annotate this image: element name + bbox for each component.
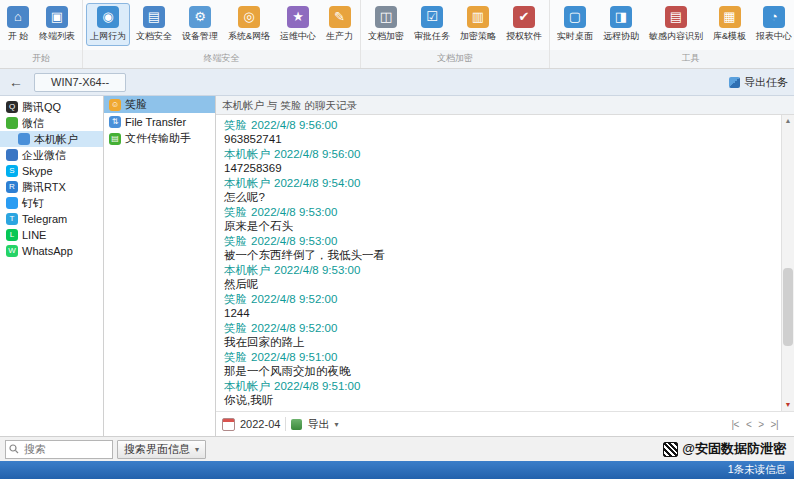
export-task-icon: [729, 77, 740, 88]
ribbon-button[interactable]: ✎ 生产力: [322, 3, 357, 46]
ribbon-group-label: 文档加密: [361, 50, 549, 68]
sidebar-item[interactable]: T Telegram: [0, 211, 103, 227]
scroll-down-icon[interactable]: ▼: [782, 399, 794, 411]
sidebar-item[interactable]: R 腾讯RTX: [0, 179, 103, 195]
search-bar: 搜索界面信息 ▾ @安固数据防泄密: [0, 436, 794, 461]
ribbon-button[interactable]: ◎ 系统&网络: [224, 3, 274, 46]
ribbon-button[interactable]: ✔ 授权软件: [502, 3, 546, 46]
ribbon-button[interactable]: ◉ 上网行为: [86, 3, 130, 46]
search-input[interactable]: [22, 442, 109, 456]
export-task-button[interactable]: 导出任务: [729, 75, 788, 90]
contact-item[interactable]: ▤ 文件传输助手: [104, 130, 215, 147]
contact-icon: ☺: [109, 99, 121, 111]
ribbon: ⌂ 开 始 ▣ 终端列表 开始 ◉ 上网行为 ▤ 文档安: [0, 0, 794, 69]
message-time: 2022/4/8 9:52:00: [251, 322, 337, 334]
contact-item[interactable]: ☺ 笑脸: [104, 96, 215, 113]
contact-item[interactable]: ⇅ File Transfer: [104, 113, 215, 130]
ribbon-button-label: 加密策略: [460, 30, 496, 43]
message-time: 2022/4/8 9:53:00: [251, 206, 337, 218]
sidebar-item-label: 微信: [22, 116, 44, 131]
prev-page-button[interactable]: <: [746, 419, 751, 430]
ribbon-button-label: 报表中心: [756, 30, 792, 43]
message-header: 本机帐户2022/4/8 9:53:00: [224, 263, 774, 277]
sidebar-item-label: 企业微信: [22, 148, 66, 163]
ribbon-button[interactable]: ▦ 库&模板: [709, 3, 750, 46]
ribbon-button-icon: ◎: [238, 6, 260, 28]
message-sender: 笑脸: [224, 119, 247, 131]
message-time: 2022/4/8 9:54:00: [274, 177, 360, 189]
ribbon-button[interactable]: ▤ 敏感内容识别: [645, 3, 707, 46]
ribbon-button[interactable]: ◨ 远程协助: [599, 3, 643, 46]
ribbon-button[interactable]: ▥ 加密策略: [456, 3, 500, 46]
sidebar-item-label: Skype: [22, 165, 53, 177]
message-header: 本机帐户2022/4/8 9:51:00: [224, 379, 774, 393]
ribbon-button[interactable]: ⚙ 设备管理: [178, 3, 222, 46]
ribbon-button[interactable]: ◫ 文档加密: [364, 3, 408, 46]
ribbon-button[interactable]: ▣ 终端列表: [35, 3, 79, 46]
sidebar-item[interactable]: Q 腾讯QQ: [0, 99, 103, 115]
chat-message: 本机帐户2022/4/8 9:56:00 147258369: [224, 147, 774, 175]
back-button[interactable]: ←: [6, 74, 26, 90]
chat-panel: 本机帐户 与 笑脸 的聊天记录 笑脸2022/4/8 9:56:00 96385…: [216, 96, 794, 436]
ribbon-button-label: 文档加密: [368, 30, 404, 43]
ribbon-button-icon: ✔: [513, 6, 535, 28]
pager: |< < > >|: [731, 419, 778, 430]
ribbon-button-label: 终端列表: [39, 30, 75, 43]
app-icon: S: [6, 165, 18, 177]
message-text: 然后呢: [224, 277, 774, 291]
ribbon-button[interactable]: ☑ 审批任务: [410, 3, 454, 46]
ribbon-button[interactable]: ◔ 报表中心: [752, 3, 794, 46]
sidebar-item[interactable]: W WhatsApp: [0, 243, 103, 259]
message-time: 2022/4/8 9:53:00: [251, 235, 337, 247]
scrollbar-track[interactable]: [782, 127, 794, 399]
chat-message-list[interactable]: 笑脸2022/4/8 9:56:00 963852741 本机帐户2022/4/…: [216, 115, 794, 411]
message-sender: 笑脸: [224, 235, 247, 247]
next-page-button[interactable]: >: [758, 419, 763, 430]
message-sender: 笑脸: [224, 322, 247, 334]
message-text: 怎么呢?: [224, 190, 774, 204]
ribbon-button[interactable]: ▤ 文档安全: [132, 3, 176, 46]
app-icon: [6, 117, 18, 129]
sidebar-item[interactable]: 本机帐户: [0, 131, 103, 147]
search-box[interactable]: [5, 440, 113, 459]
sidebar-item[interactable]: 企业微信: [0, 147, 103, 163]
sidebar-item[interactable]: S Skype: [0, 163, 103, 179]
sidebar-item[interactable]: L LINE: [0, 227, 103, 243]
ribbon-button-icon: ▤: [143, 6, 165, 28]
terminal-tab[interactable]: WIN7-X64--: [34, 73, 126, 92]
chevron-down-icon: ▾: [195, 445, 199, 454]
export-task-label: 导出任务: [744, 75, 788, 90]
sidebar-item[interactable]: 钉钉: [0, 195, 103, 211]
month-selector[interactable]: 2022-04: [240, 418, 280, 430]
ribbon-button-label: 生产力: [326, 30, 353, 43]
app-sidebar: Q 腾讯QQ 微信 本机帐户 企业微信 S Skype: [0, 96, 104, 436]
divider: [285, 417, 286, 431]
sidebar-item[interactable]: 微信: [0, 115, 103, 131]
app-icon: L: [6, 229, 18, 241]
message-text: 原来是个石头: [224, 219, 774, 233]
chat-message: 本机帐户2022/4/8 9:51:00 你说,我听: [224, 379, 774, 407]
ribbon-button[interactable]: ▢ 实时桌面: [553, 3, 597, 46]
first-page-button[interactable]: |<: [731, 419, 738, 430]
ribbon-button-label: 敏感内容识别: [649, 30, 703, 43]
ribbon-button[interactable]: ⌂ 开 始: [3, 3, 33, 46]
message-header: 笑脸2022/4/8 9:52:00: [224, 292, 774, 306]
search-scope-button[interactable]: 搜索界面信息 ▾: [117, 440, 206, 459]
chat-scrollbar[interactable]: ▲ ▼: [781, 115, 794, 411]
message-sender: 笑脸: [224, 351, 247, 363]
chevron-down-icon[interactable]: ▾: [334, 420, 338, 429]
search-scope-label: 搜索界面信息: [124, 442, 190, 457]
last-page-button[interactable]: >|: [771, 419, 778, 430]
scrollbar-thumb[interactable]: [783, 268, 793, 346]
ribbon-group-start: ⌂ 开 始 ▣ 终端列表 开始: [0, 0, 83, 68]
ribbon-button-icon: ⚙: [189, 6, 211, 28]
ribbon-button-label: 开 始: [8, 30, 29, 43]
contact-icon: ▤: [109, 133, 121, 145]
export-button[interactable]: 导出: [307, 417, 329, 432]
ribbon-button[interactable]: ★ 运维中心: [276, 3, 320, 46]
calendar-icon[interactable]: [222, 418, 235, 431]
ribbon-group-label: 终端安全: [83, 50, 360, 68]
ribbon-button-label: 系统&网络: [228, 30, 270, 43]
scroll-up-icon[interactable]: ▲: [782, 115, 794, 127]
ribbon-button-icon: ▦: [719, 6, 741, 28]
